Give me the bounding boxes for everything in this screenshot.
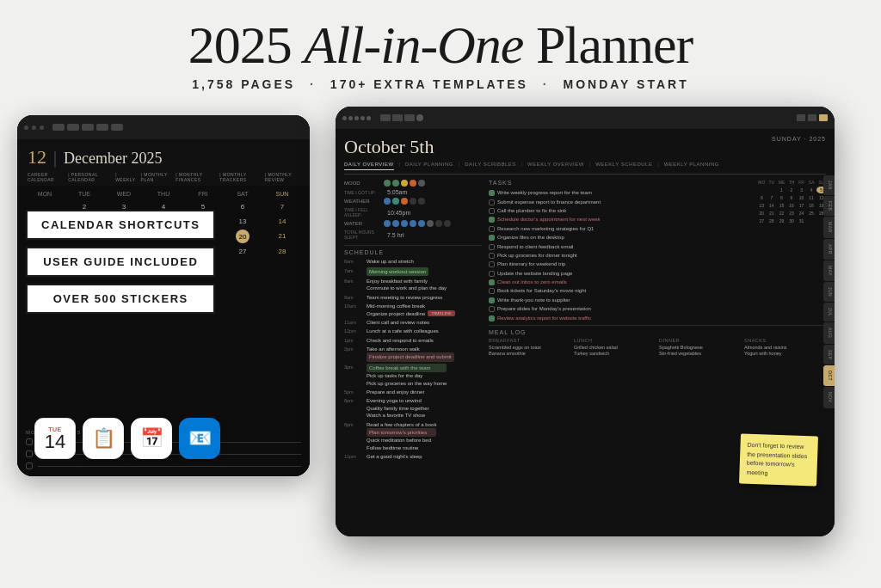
weather-dot-4[interactable] xyxy=(410,198,416,205)
water-dot-7[interactable] xyxy=(435,220,442,227)
nav-tab-personal[interactable]: | PERSONAL CALENDAR xyxy=(68,172,110,182)
water-dot-3[interactable] xyxy=(401,220,408,227)
side-tab-may[interactable]: MAY xyxy=(823,260,835,281)
side-tab-nov[interactable]: NOV xyxy=(823,387,835,407)
tab-daily-overview[interactable]: DAILY OVERVIEW xyxy=(344,162,394,170)
water-dot-8[interactable] xyxy=(444,220,451,227)
app-icon-reminders[interactable]: 📋 xyxy=(83,418,124,459)
cal-day-13[interactable]: 13 xyxy=(224,215,262,228)
mini-d-21[interactable]: 21 xyxy=(767,210,777,217)
nav-tab-weekly[interactable]: | WEEKLY xyxy=(115,172,135,182)
app-icon-calendar-date[interactable]: TUE 14 xyxy=(34,418,76,459)
mini-d-9[interactable]: 9 xyxy=(787,194,797,201)
task-check-8[interactable] xyxy=(489,253,495,259)
task-check-1[interactable] xyxy=(489,190,495,196)
cal-day-14[interactable]: 14 xyxy=(263,215,301,228)
mood-dot-5[interactable] xyxy=(418,180,425,187)
side-tab-sep[interactable]: SEP xyxy=(823,345,835,365)
weather-dot-1[interactable] xyxy=(384,198,391,205)
mini-d-2[interactable]: 2 xyxy=(787,187,797,193)
task-check-6[interactable] xyxy=(489,235,495,241)
side-tab-jun[interactable]: JUN xyxy=(823,282,835,302)
cal-day-today[interactable]: 20 xyxy=(236,230,250,243)
mini-d-22[interactable]: 22 xyxy=(777,210,786,217)
mini-d-24[interactable]: 24 xyxy=(797,210,806,217)
mini-d-4[interactable]: 4 xyxy=(807,187,816,193)
task-check-14[interactable] xyxy=(489,306,495,312)
cal-day-6[interactable]: 6 xyxy=(224,200,262,213)
mini-d-31[interactable]: 31 xyxy=(797,217,806,224)
mini-d-1[interactable]: 1 xyxy=(777,187,786,193)
mini-d-10[interactable]: 10 xyxy=(797,194,806,201)
mini-d-6[interactable]: 6 xyxy=(757,194,767,201)
mood-dot-1[interactable] xyxy=(384,180,391,187)
mini-d-8[interactable]: 8 xyxy=(777,194,786,201)
mood-dot-2[interactable] xyxy=(392,180,399,187)
focus-checkbox-1[interactable] xyxy=(26,438,33,445)
mini-d-3[interactable]: 3 xyxy=(797,187,806,193)
mini-d-13[interactable]: 13 xyxy=(757,202,767,209)
tab-weekly-planning[interactable]: WEEKLY PLANNING xyxy=(664,162,719,170)
side-tab-feb[interactable]: FEB xyxy=(823,196,835,216)
task-check-11[interactable] xyxy=(489,279,495,285)
mini-d-14[interactable]: 14 xyxy=(767,202,777,209)
nav-tab-finances[interactable]: | MONTHLY FINANCES xyxy=(176,172,214,182)
cal-day-28[interactable]: 28 xyxy=(263,245,301,258)
task-check-12[interactable] xyxy=(489,288,495,294)
task-check-4[interactable] xyxy=(489,217,495,223)
tab-daily-planning[interactable]: DAILY PLANNING xyxy=(405,162,453,170)
mini-d-27[interactable]: 27 xyxy=(757,217,767,224)
mood-dot-3[interactable] xyxy=(401,180,408,187)
nav-tab-review[interactable]: | MONTHLY REVIEW xyxy=(265,172,299,182)
mini-d-15[interactable]: 15 xyxy=(777,202,786,209)
water-dot-1[interactable] xyxy=(384,220,391,227)
task-check-13[interactable] xyxy=(489,297,495,303)
side-tab-jan[interactable]: JAN xyxy=(823,175,835,195)
task-check-15[interactable] xyxy=(489,315,495,322)
mini-d-28[interactable]: 28 xyxy=(767,217,777,224)
mini-d-17[interactable]: 17 xyxy=(797,202,806,209)
mini-d-11[interactable]: 11 xyxy=(807,194,816,201)
water-dot-6[interactable] xyxy=(427,220,434,227)
focus-checkbox-2[interactable] xyxy=(26,450,33,457)
mini-d-20[interactable]: 20 xyxy=(757,210,767,217)
cal-day-7[interactable]: 7 xyxy=(263,200,301,213)
mini-d-7[interactable]: 7 xyxy=(767,194,777,201)
mini-d-29[interactable]: 29 xyxy=(777,217,786,224)
mini-d-18[interactable]: 18 xyxy=(807,202,816,209)
task-check-7[interactable] xyxy=(489,244,495,250)
nav-tab-trackers[interactable]: | MONTHLY TRACKERS xyxy=(219,172,259,182)
app-icon-gcal[interactable]: 📅 xyxy=(131,418,172,459)
side-tab-mar[interactable]: MAR xyxy=(823,217,835,238)
focus-checkbox-3[interactable] xyxy=(26,462,33,469)
task-check-10[interactable] xyxy=(489,271,495,277)
water-dot-2[interactable] xyxy=(392,220,399,227)
water-dot-4[interactable] xyxy=(410,220,416,227)
weather-dot-2[interactable] xyxy=(392,198,399,205)
mini-d-23[interactable]: 23 xyxy=(787,210,797,217)
side-tab-apr[interactable]: APR xyxy=(823,239,835,260)
tab-weekly-overview[interactable]: WEEKLY OVERVIEW xyxy=(527,162,584,170)
weather-dot-5[interactable] xyxy=(418,198,425,205)
weather-dot-3[interactable] xyxy=(401,198,408,205)
task-check-5[interactable] xyxy=(489,226,495,232)
mood-dot-4[interactable] xyxy=(410,180,416,187)
water-dot-5[interactable] xyxy=(418,220,425,227)
app-icon-outlook[interactable]: 📧 xyxy=(179,418,220,459)
task-check-3[interactable] xyxy=(489,208,495,214)
mini-d-30[interactable]: 30 xyxy=(787,217,797,224)
nav-tab-monthly[interactable]: | MONTHLY PLAN xyxy=(141,172,171,182)
nav-tab-career[interactable]: CAREER CALENDAR xyxy=(28,172,63,182)
tab-daily-scribbles[interactable]: DAILY SCRIBBLES xyxy=(465,162,516,170)
tab-weekly-schedule[interactable]: WEEKLY SCHEDULE xyxy=(595,162,652,170)
mini-d-25[interactable]: 25 xyxy=(807,210,816,217)
mini-d-16[interactable]: 16 xyxy=(787,202,797,209)
cal-day-21[interactable]: 21 xyxy=(263,230,301,243)
cal-day-27[interactable]: 27 xyxy=(224,245,262,258)
task-check-9[interactable] xyxy=(489,261,495,267)
side-tab-aug[interactable]: AUG xyxy=(823,322,835,343)
task-check-2[interactable] xyxy=(489,199,495,205)
daily-tabs[interactable]: DAILY OVERVIEW | DAILY PLANNING | DAILY … xyxy=(344,162,826,175)
side-tab-jul[interactable]: JUL xyxy=(823,303,835,322)
side-tab-oct[interactable]: OCT xyxy=(823,365,835,386)
